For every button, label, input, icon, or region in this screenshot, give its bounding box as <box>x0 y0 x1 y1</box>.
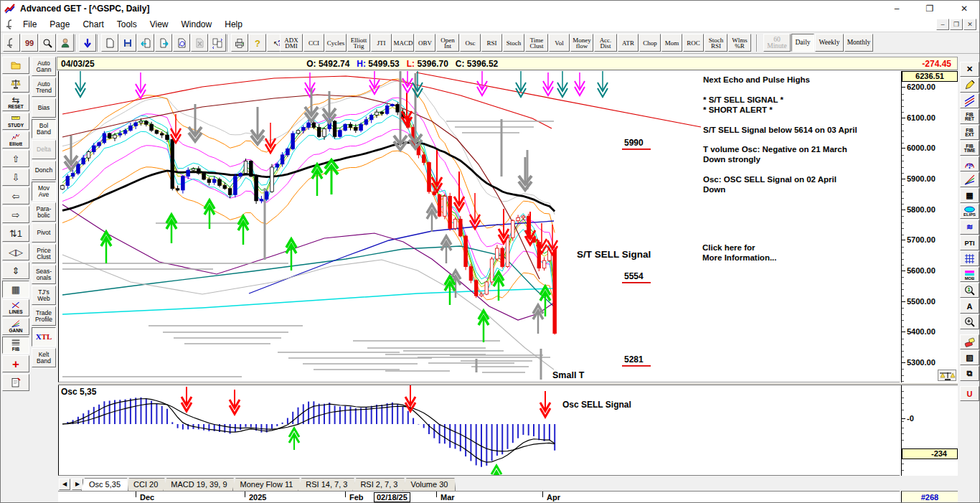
title-bar[interactable]: Advanced GET - [^GSPC, Daily] – ❐ ✕ <box>1 1 980 17</box>
magnifier-button[interactable] <box>39 34 56 52</box>
study-mov-ave-button[interactable]: Mov Ave <box>32 182 56 201</box>
printer-button[interactable] <box>231 34 248 52</box>
study-donch-button[interactable]: Donch <box>32 161 56 180</box>
text-tool-button[interactable]: A <box>960 298 979 314</box>
period-monthly[interactable]: Monthly <box>844 34 873 52</box>
tool-notes-button[interactable] <box>2 374 29 391</box>
fib-arc-button[interactable]: FIB <box>960 156 979 171</box>
eraser-button[interactable] <box>960 334 979 349</box>
indicator-jti[interactable]: JTI <box>371 34 392 52</box>
ellipse-button[interactable]: ELIPS <box>960 204 979 219</box>
tab-scroll-right[interactable]: ▶ <box>72 479 83 490</box>
menu-view[interactable]: View <box>143 18 175 31</box>
indicator-chop[interactable]: Chop <box>639 34 661 52</box>
close-button[interactable]: ✕ <box>952 1 976 17</box>
study-para--bolic-button[interactable]: Para- bolic <box>32 202 56 222</box>
indicator-macd[interactable]: MACD <box>392 34 414 52</box>
tab-money-flow-11[interactable]: Money Flow 11 <box>232 478 301 491</box>
menu-help[interactable]: Help <box>218 18 249 31</box>
study-delta-button[interactable]: Delta <box>32 140 56 159</box>
indicator-stoch[interactable]: Stoch <box>503 34 524 52</box>
indicator-stoch-rsi[interactable]: Stoch RSI <box>705 34 727 52</box>
indicator-elliott-trig[interactable]: Elliott Trig <box>347 34 370 52</box>
copy-pages-button[interactable]: ⧉ <box>960 366 979 381</box>
chart-annotation[interactable]: Click here for <box>702 243 755 252</box>
menu-chart[interactable]: Chart <box>76 18 110 31</box>
page-refresh-button[interactable] <box>173 34 190 52</box>
indicator-money-flow[interactable]: Money flow <box>570 34 593 52</box>
fib-time-button[interactable]: FIB TIME <box>960 141 979 156</box>
tool-compress-bars-button[interactable]: ⇕ <box>2 262 29 279</box>
tool-expand-bars-button[interactable]: ◁▷ <box>2 243 29 260</box>
menu-tools[interactable]: Tools <box>110 18 143 31</box>
study-tjs-web-button[interactable]: TJ's Web <box>32 286 56 305</box>
indicator-obv[interactable]: OBV <box>415 34 435 52</box>
tool-grid-button[interactable]: ▦ <box>2 281 29 298</box>
menu-file[interactable]: File <box>17 18 43 31</box>
page-back-button[interactable] <box>137 34 154 52</box>
child-close-button[interactable]: ✕ <box>963 19 976 30</box>
period-daily[interactable]: Daily <box>791 34 814 52</box>
tab-osc-5-35[interactable]: Osc 5,35 <box>81 478 128 491</box>
pti-button[interactable]: PTI <box>960 235 979 250</box>
indicator-mom[interactable]: Mom <box>661 34 682 52</box>
study-auto-gann-button[interactable]: Auto Gann <box>32 57 56 76</box>
close-chart-button[interactable]: ✕ <box>960 62 979 77</box>
child-minimize-button[interactable]: – <box>936 19 949 30</box>
tool-lines-button[interactable]: LINES <box>2 299 29 316</box>
tool-fib-button[interactable]: FIB <box>2 337 29 354</box>
tool-open-folder-button[interactable] <box>2 57 29 74</box>
study-xtl-button[interactable]: XTL <box>32 327 56 347</box>
indicator-adx-dmi[interactable]: ADX DMI <box>280 34 303 52</box>
indicator-osc[interactable]: Osc <box>460 34 481 52</box>
portfolio-person-button[interactable] <box>57 34 74 52</box>
tab-volume-30[interactable]: Volume 30 <box>402 478 456 491</box>
indicator-cci[interactable]: CCI <box>303 34 324 52</box>
page-delete-button[interactable] <box>191 34 208 52</box>
restore-button[interactable]: ❐ <box>918 1 942 17</box>
trend-lines-button[interactable] <box>960 93 979 108</box>
pattern-fill-button[interactable]: ▨ <box>960 350 979 365</box>
new-page-button[interactable] <box>101 34 118 52</box>
study-bias-button[interactable]: Bias <box>32 98 56 118</box>
tab-rsi-14-7-3[interactable]: RSI 14, 7, 3 <box>298 478 355 491</box>
oscillator-panel[interactable]: Osc 5,35Osc SELL Signal <box>58 385 900 476</box>
u-tool-button[interactable]: U <box>960 386 979 401</box>
tool-arrow-left-button[interactable]: ⇦ <box>2 187 29 205</box>
page-forward-button[interactable] <box>155 34 172 52</box>
download-arrow-button[interactable] <box>79 34 96 52</box>
period-weekly[interactable]: Weekly <box>815 34 844 52</box>
period-60-minute[interactable]: 60 Minute <box>763 34 791 52</box>
multi-lines-button[interactable]: ≋ <box>960 220 979 235</box>
tool-study-button[interactable]: STUDY <box>2 113 29 130</box>
study-auto-trend-button[interactable]: Auto Trend <box>32 77 56 97</box>
price-scale[interactable]: 6236.51 6200.006100.006000.005900.005800… <box>901 71 958 382</box>
study-price-clust-button[interactable]: Price Clust <box>32 244 56 263</box>
zoom-in-button[interactable] <box>960 314 979 329</box>
scale-weight-icon[interactable] <box>938 370 956 381</box>
indicator-atr[interactable]: ATR <box>618 34 639 52</box>
tab-cci-20[interactable]: CCI 20 <box>126 478 166 491</box>
study-seas--onals-button[interactable]: Seas- onals <box>32 265 56 284</box>
grid-tool-button[interactable]: ▦ <box>960 188 979 203</box>
minimize-button[interactable]: – <box>885 1 909 17</box>
tool-arrow-right-button[interactable]: ⇨ <box>2 206 29 223</box>
tool-arrow-up-button[interactable]: ⇧ <box>2 150 29 167</box>
tool-sort-bars-button[interactable]: ⇅1 <box>2 225 29 242</box>
indicator-acc.-dist[interactable]: Acc. Dist <box>594 34 617 52</box>
child-window-icon[interactable] <box>5 19 17 30</box>
menu-page[interactable]: Page <box>43 18 76 31</box>
indicator-vol[interactable]: Vol <box>549 34 570 52</box>
fan-lines-button[interactable] <box>960 172 979 187</box>
tool-crosshair-plus-button[interactable]: + <box>2 355 29 372</box>
pencil-button[interactable] <box>960 77 979 93</box>
help-button[interactable]: ? <box>249 34 266 52</box>
fib-ret-button[interactable]: FIB RET <box>960 109 979 124</box>
fib-ext-button[interactable]: FIB EXT <box>960 125 979 140</box>
pin-tool-button[interactable] <box>3 34 20 52</box>
blue-grid-button[interactable] <box>960 251 979 266</box>
pages-swap-button[interactable] <box>209 34 226 52</box>
tab-macd-19-39-9[interactable]: MACD 19, 39, 9 <box>163 478 235 491</box>
child-restore-button[interactable]: ❐ <box>950 19 963 30</box>
tool-scales-button[interactable] <box>2 75 29 93</box>
